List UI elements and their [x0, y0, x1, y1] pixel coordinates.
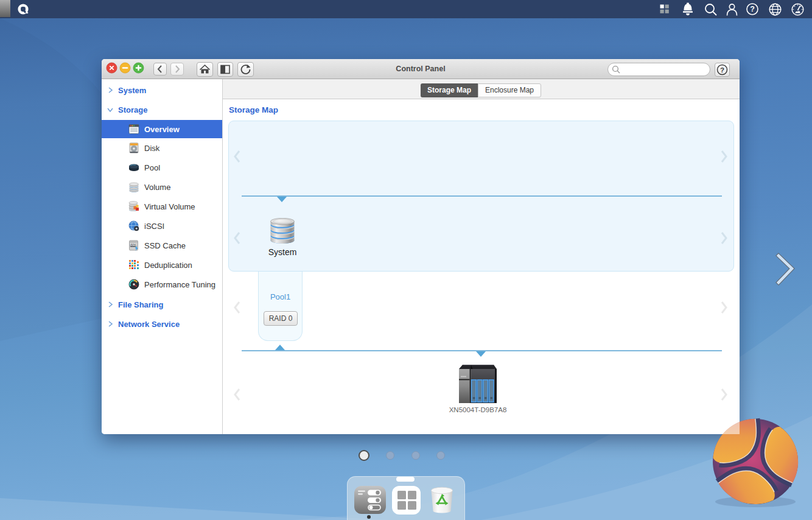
svg-text:?: ?	[750, 5, 755, 13]
svg-text:?: ?	[720, 66, 724, 74]
svg-text:SSD: SSD	[130, 244, 136, 247]
